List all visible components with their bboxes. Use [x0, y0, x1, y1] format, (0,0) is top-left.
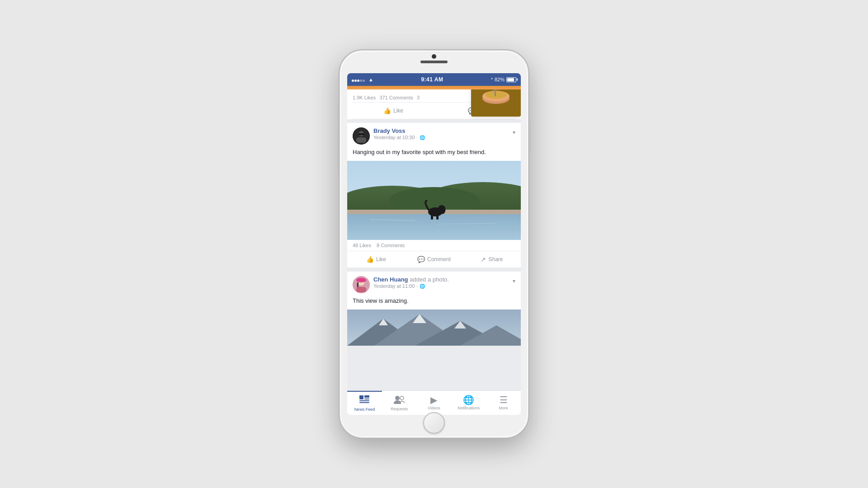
chevron-down-chen[interactable]: ▾	[513, 278, 515, 284]
svg-rect-33	[356, 287, 366, 292]
more-icon: ☰	[500, 395, 508, 404]
post-meta-brady: Brady Voss Yesterday at 10:30 · 🌐	[373, 127, 515, 140]
svg-point-47	[395, 396, 400, 400]
phone-screen: ▲ 9:41 AM * 82% 1.9K Likes 371 Comments …	[347, 73, 521, 415]
wifi-icon: ▲	[368, 77, 373, 82]
post-header-chen: Chen Huang added a photo. Yesterday at 1…	[347, 272, 521, 296]
like-label-brady: Like	[376, 256, 386, 263]
avatar-chen	[353, 276, 370, 293]
post-brady-voss: Brady Voss Yesterday at 10:30 · 🌐 ▾ Hang…	[347, 123, 521, 268]
privacy-icon-chen: 🌐	[420, 284, 425, 289]
phone-frame: ▲ 9:41 AM * 82% 1.9K Likes 371 Comments …	[339, 50, 529, 438]
nav-label-news-feed: News Feed	[354, 407, 375, 412]
partial-post: 1.9K Likes 371 Comments 3 👍 Like 💬 C	[347, 89, 521, 119]
phone-notch	[420, 54, 448, 63]
post-time-chen: Yesterday at 11:00 · 🌐	[373, 283, 515, 289]
likes-count-brady: 48 Likes	[353, 243, 371, 248]
nav-item-more[interactable]: ☰ More	[486, 391, 521, 415]
post-time-brady: Yesterday at 10:30 · 🌐	[373, 135, 515, 140]
post-actions-brady: 👍 Like 💬 Comment ↗ Share	[347, 251, 521, 268]
post-meta-chen: Chen Huang added a photo. Yesterday at 1…	[373, 276, 515, 289]
floating-thumbnail	[471, 89, 521, 117]
nav-label-videos: Videos	[428, 406, 440, 410]
svg-rect-44	[364, 399, 369, 399]
bluetooth-icon: *	[491, 77, 493, 82]
post-photo-lake	[347, 161, 521, 240]
bottom-navigation: News Feed Requests ▶ Videos 🌐	[347, 390, 521, 415]
fb-accent-bar	[347, 86, 521, 89]
videos-icon: ▶	[430, 395, 437, 404]
chevron-down-brady[interactable]: ▾	[513, 129, 515, 136]
svg-rect-14	[359, 133, 361, 135]
privacy-icon-brady: 🌐	[420, 135, 425, 140]
avatar-brady	[353, 127, 370, 145]
post-photo-mountain	[347, 310, 521, 346]
thumbs-up-icon: 👍	[383, 107, 391, 114]
svg-point-48	[400, 396, 404, 400]
nav-item-videos[interactable]: ▶ Videos	[417, 391, 452, 415]
nav-label-more: More	[499, 406, 508, 410]
nav-item-notifications[interactable]: 🌐 Notifications	[451, 391, 486, 415]
comment-button-brady[interactable]: 💬 Comment	[405, 253, 463, 266]
nav-label-notifications: Notifications	[458, 406, 480, 410]
status-bar: ▲ 9:41 AM * 82%	[347, 73, 521, 86]
comment-label-brady: Comment	[427, 256, 451, 263]
comment-icon-brady: 💬	[417, 256, 425, 263]
comments-count-partial: 371 Comments	[379, 95, 413, 100]
post-author-chen: Chen Huang added a photo.	[373, 276, 515, 283]
comments-count-brady: 8 Comments	[377, 243, 405, 248]
svg-rect-45	[359, 400, 369, 401]
svg-rect-43	[364, 395, 369, 398]
shares-count-partial: 3	[417, 95, 420, 100]
status-time: 9:41 AM	[421, 76, 443, 83]
svg-rect-32	[358, 279, 364, 282]
home-button[interactable]	[423, 412, 445, 434]
svg-rect-27	[431, 215, 433, 220]
svg-rect-12	[356, 137, 366, 143]
share-icon-brady: ↗	[481, 256, 486, 263]
news-feed-icon	[359, 395, 369, 406]
battery-percent: 82%	[495, 77, 505, 82]
thumbs-up-icon-brady: 👍	[366, 256, 374, 263]
like-button-partial[interactable]: 👍 Like	[353, 104, 434, 117]
post-chen-huang: Chen Huang added a photo. Yesterday at 1…	[347, 272, 521, 346]
svg-rect-46	[359, 402, 369, 403]
post-author-brady: Brady Voss	[373, 127, 515, 134]
post-action-text-chen: added a photo.	[410, 276, 449, 283]
battery-icon	[506, 77, 516, 82]
post-text-chen: This view is amazing.	[347, 296, 521, 310]
feed-content: 1.9K Likes 371 Comments 3 👍 Like 💬 C	[347, 89, 521, 390]
status-left: ▲	[352, 75, 373, 84]
notifications-icon: 🌐	[463, 395, 474, 404]
nav-label-requests: Requests	[391, 407, 408, 411]
post-stats-brady: 48 Likes 8 Comments	[347, 240, 521, 251]
nav-item-requests[interactable]: Requests	[382, 391, 417, 415]
svg-rect-28	[436, 215, 439, 220]
share-label-brady: Share	[488, 256, 503, 263]
requests-icon	[394, 395, 405, 405]
share-button-brady[interactable]: ↗ Share	[463, 253, 521, 266]
like-button-brady[interactable]: 👍 Like	[347, 253, 405, 266]
nav-item-news-feed[interactable]: News Feed	[347, 391, 382, 415]
likes-count-partial: 1.9K Likes	[353, 95, 376, 100]
post-text-brady: Hanging out in my favorite spot with my …	[347, 147, 521, 161]
svg-rect-42	[359, 395, 363, 399]
post-header-brady: Brady Voss Yesterday at 10:30 · 🌐 ▾	[347, 123, 521, 147]
signal-dots	[352, 75, 365, 84]
camera-dot	[432, 54, 436, 59]
like-label-partial: Like	[393, 108, 403, 114]
status-right: * 82%	[491, 77, 516, 82]
svg-rect-21	[347, 214, 521, 240]
speaker-bar	[420, 61, 448, 63]
svg-rect-15	[362, 133, 364, 135]
